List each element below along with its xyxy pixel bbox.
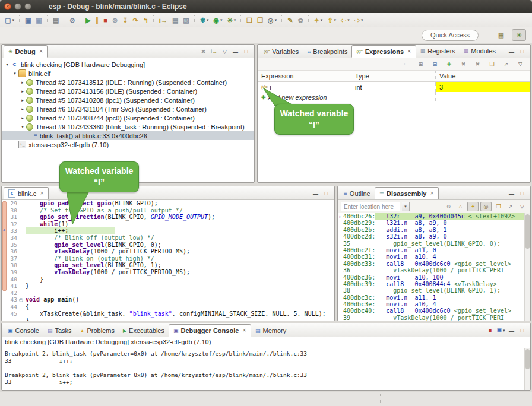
new-view-button[interactable]: ❒ (487, 60, 497, 68)
remove-all-expressions-button[interactable]: ✖ (473, 60, 483, 68)
debug-tree-item[interactable]: ▸Thread #2 1073413512 (IDLE : Running) (… (2, 78, 254, 87)
debug-tree-item[interactable]: ▾blink.elf (2, 69, 254, 78)
resume-button[interactable]: ▶ (84, 14, 92, 26)
quick-access-button[interactable]: Quick Access (422, 30, 479, 41)
terminate-button[interactable]: ■ (102, 14, 109, 26)
column-header-type[interactable]: Type (352, 71, 436, 81)
expressions-view-tab-variables[interactable]: Variables (259, 46, 303, 57)
expander-icon[interactable]: ▸ (20, 89, 26, 94)
annotate-button[interactable]: ✎ (286, 14, 294, 26)
window-maximize-button[interactable] (24, 3, 31, 10)
minimize-button[interactable]: ▬ (506, 189, 517, 198)
dropdown-arrow-icon[interactable]: ▾ (334, 18, 337, 23)
home-button[interactable]: ⌂ (455, 202, 466, 211)
expander-icon[interactable]: ▾ (12, 71, 18, 76)
column-header-expression[interactable]: Expression (258, 71, 352, 81)
window-close-button[interactable] (4, 3, 11, 10)
debug-tree-item[interactable]: ▾blink checking [GDB Hardware Debugging] (2, 60, 254, 69)
close-tab-icon[interactable]: ✕ (39, 49, 43, 54)
debug-view-tab-debug[interactable]: Debug✕ (4, 45, 48, 58)
debug-tree-item[interactable]: xtensa-esp32-elf-gdb (7.10) (2, 140, 254, 149)
console-output[interactable]: Breakpoint 2, blink_task (pvParameter=0x… (2, 348, 525, 390)
open-perspective-icon[interactable]: ▦ (494, 29, 508, 41)
refresh-button[interactable]: ↻ (444, 202, 454, 211)
view-menu-button[interactable]: ▽ (220, 47, 230, 56)
search-button[interactable]: ◎▾ (266, 14, 278, 26)
instruction-stepping-button[interactable]: i→ (157, 14, 169, 26)
code-editor[interactable]: 29 gpio_pad_select_gpio(BLINK_GPIO);30 /… (2, 200, 334, 321)
maximize-button[interactable]: □ (517, 326, 527, 335)
expander-icon[interactable]: ▾ (4, 62, 10, 67)
debug-tree-item[interactable]: ▾Thread #9 1073433360 (blink_task : Runn… (2, 122, 254, 131)
go-into-button[interactable]: ⇧▾ (325, 14, 338, 26)
show-type-names-button[interactable]: ≔ (401, 60, 411, 68)
new-button[interactable]: ▢▾ (3, 14, 16, 26)
add-expression-button[interactable]: ✚ (444, 60, 454, 68)
open-new-view-button[interactable]: ↗ (505, 202, 515, 211)
step-return-button[interactable]: ↰ (141, 14, 150, 26)
minimize-button[interactable]: ▬ (506, 47, 517, 56)
dropdown-arrow-icon[interactable]: ▾ (12, 18, 14, 23)
suspend-button[interactable]: ∥ (94, 14, 101, 26)
external-tools-button[interactable]: ✿ (296, 14, 305, 26)
step-over-button[interactable]: ↷ (131, 14, 140, 26)
debug-tree-item[interactable]: ▸Thread #3 1073413156 (IDLE) (Suspended … (2, 87, 254, 96)
disassembly-view-tab-disassembly[interactable]: Disassembly✕ (375, 187, 439, 199)
expander-icon[interactable]: ▸ (20, 116, 26, 120)
console-view-tab-problems[interactable]: Problems (76, 325, 119, 337)
skip-all-breakpoints-button[interactable]: ⊘ (68, 14, 77, 26)
expander-icon[interactable]: ▸ (20, 107, 26, 112)
console-view-tab-console[interactable]: Console (4, 325, 43, 336)
track-expression-button[interactable]: ✦ (467, 202, 479, 211)
debug-tree-item[interactable]: blink_task() at blink.c:33 0x400dbc26 (2, 131, 254, 140)
close-tab-icon[interactable]: ✕ (242, 328, 246, 333)
dropdown-arrow-icon[interactable]: ▾ (207, 18, 209, 23)
expressions-view-tab-registers[interactable]: Registers (416, 46, 460, 57)
window-minimize-button[interactable] (14, 3, 21, 10)
dropdown-arrow-icon[interactable]: ▾ (220, 18, 223, 23)
forward-button[interactable]: ⇨▾ (353, 14, 365, 26)
expander-icon[interactable]: ▸ (20, 80, 26, 85)
dropdown-arrow-icon[interactable]: ▾ (275, 18, 277, 23)
expressions-view-tab-modules[interactable]: Modules (460, 46, 500, 57)
open-project-button[interactable]: ❏ (245, 14, 254, 26)
expressions-view-tab-expressions[interactable]: Expressions✕ (352, 45, 416, 58)
location-combo-input[interactable]: Enter location here (341, 202, 400, 211)
view-menu-button[interactable]: ▽ (517, 202, 527, 211)
expander-icon[interactable]: ▾ (20, 125, 26, 129)
dropdown-arrow-icon[interactable]: ▾ (321, 18, 323, 23)
fold-collapse-icon[interactable]: − (19, 298, 23, 302)
console-view-tab-tasks[interactable]: Tasks (43, 325, 76, 336)
maximize-button[interactable]: □ (517, 47, 527, 56)
debug-tree-item[interactable]: ▸Thread #5 1073410208 (ipc1) (Suspended … (2, 96, 254, 104)
remove-expression-button[interactable]: ✖ (458, 60, 468, 68)
collapse-all-button[interactable]: ⊟ (430, 60, 440, 68)
save-all-button[interactable]: ▣ (34, 14, 43, 26)
disconnect-button[interactable]: ⊗ (110, 14, 119, 26)
close-tab-icon[interactable]: ✕ (40, 191, 44, 196)
maximize-button[interactable]: □ (517, 189, 527, 198)
view-menu-button[interactable]: ▽ (515, 60, 525, 68)
dropdown-arrow-icon[interactable]: ▾ (361, 18, 363, 23)
drop-to-frame-button[interactable]: ▧ (181, 14, 191, 26)
minimize-button[interactable]: ▬ (506, 326, 517, 335)
add-expression-row[interactable]: Add new expression (258, 92, 530, 102)
close-tab-icon[interactable]: ✕ (430, 191, 434, 196)
print-button[interactable]: ▤ (51, 14, 61, 26)
show-source-button[interactable]: ▤ (170, 14, 180, 26)
expression-row[interactable]: iint3 (258, 82, 530, 92)
editor-tab-blink-c[interactable]: blink.c✕ (4, 187, 49, 199)
disassembly-view-tab-outline[interactable]: Outline (340, 188, 375, 199)
last-edit-location-button[interactable]: ✦▾ (312, 14, 325, 26)
remove-all-terminated-button[interactable]: ✖ (198, 47, 208, 56)
open-folder-button[interactable]: ❐ (255, 14, 265, 26)
dropdown-arrow-icon[interactable]: ▾ (503, 328, 505, 332)
display-selected-console-button[interactable]: ▣▾ (496, 326, 506, 335)
dropdown-arrow-icon[interactable]: ▾ (234, 18, 236, 23)
trace-button[interactable]: ✱▾ (198, 14, 211, 26)
close-tab-icon[interactable]: ✕ (407, 49, 411, 54)
back-button[interactable]: ⇦▾ (339, 14, 352, 26)
debug-tree-item[interactable]: ▸Thread #7 1073408744 (ipc0) (Suspended … (2, 113, 254, 122)
console-view-tab-debugger-console[interactable]: Debugger Console✕ (169, 324, 251, 337)
minimize-button[interactable]: ▬ (230, 47, 240, 56)
